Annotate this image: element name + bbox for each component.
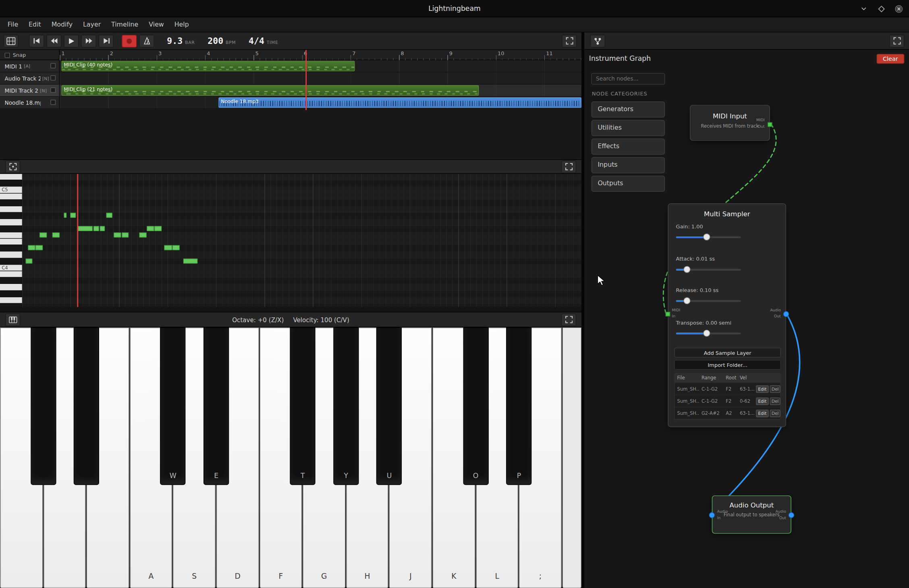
menu-item-file[interactable]: File (2, 19, 23, 31)
midi-note[interactable] (147, 226, 154, 231)
category-outputs[interactable]: Outputs (591, 175, 665, 191)
snap-checkbox[interactable] (5, 52, 10, 58)
timeline-ruler[interactable]: 1234567891011 (60, 50, 581, 60)
track-header[interactable]: MIDI 1[A] (0, 60, 60, 72)
minimize-icon[interactable] (859, 4, 868, 13)
fast-forward-button[interactable] (81, 35, 96, 48)
piano-roll-grid[interactable] (22, 174, 581, 307)
piano-roll-white-key[interactable] (0, 232, 22, 238)
black-key[interactable]: U (376, 327, 402, 485)
midi-note[interactable] (164, 245, 172, 251)
piano-roll-white-key[interactable] (0, 252, 22, 258)
midi-note[interactable] (52, 232, 60, 238)
slider-knob[interactable] (683, 266, 690, 273)
piano-roll-white-key[interactable] (0, 219, 22, 225)
track-header[interactable]: MIDI Track 2[N] (0, 85, 60, 97)
midi-note[interactable] (70, 213, 76, 218)
black-key[interactable]: E (203, 327, 229, 485)
piano-roll-white-key[interactable] (0, 284, 22, 290)
track-header[interactable]: Noodle 18.mp3 (0, 97, 60, 109)
import-folder-button[interactable]: Import Folder... (674, 360, 781, 369)
snap-toggle[interactable]: Snap (0, 50, 60, 60)
gain-slider[interactable] (676, 236, 741, 238)
piano-roll-black-key[interactable] (0, 291, 22, 297)
midi-out-port[interactable] (768, 122, 772, 127)
midi-note[interactable] (100, 226, 105, 231)
midi-note[interactable] (25, 259, 32, 264)
piano-roll-black-key[interactable] (0, 277, 22, 284)
piano-roll-black-key[interactable] (0, 226, 22, 232)
category-generators[interactable]: Generators (591, 101, 665, 117)
midi-note[interactable] (35, 245, 43, 251)
graph-fullscreen-button[interactable] (889, 35, 904, 48)
piano-roll-black-key[interactable] (0, 258, 22, 264)
piano-roll-white-key[interactable] (0, 297, 22, 303)
category-inputs[interactable]: Inputs (591, 157, 665, 173)
node-midi-input[interactable]: MIDI Input Receives MIDI from track MIDI… (690, 105, 770, 141)
slider-knob[interactable] (703, 330, 710, 337)
metronome-button[interactable] (139, 35, 154, 48)
midi-note[interactable] (154, 226, 162, 231)
audio-out-port[interactable] (789, 512, 794, 518)
track-lane[interactable]: Noodle 18.mp3 (60, 97, 581, 109)
track-lane[interactable]: MIDI Clip (40 notes) (60, 60, 581, 72)
slider-knob[interactable] (683, 297, 690, 304)
transpose-slider[interactable] (676, 333, 741, 334)
track-checkbox[interactable] (50, 63, 56, 68)
release-slider[interactable] (676, 300, 741, 302)
maximize-icon[interactable] (876, 4, 886, 13)
menu-item-edit[interactable]: Edit (23, 19, 46, 31)
midi-note[interactable] (64, 213, 66, 218)
black-key[interactable]: P (506, 327, 531, 485)
midi-note[interactable] (77, 226, 93, 231)
attack-slider[interactable] (676, 269, 741, 271)
track-lane[interactable] (60, 72, 581, 85)
midi-note[interactable] (93, 226, 99, 231)
piano-roll-fullscreen-button[interactable] (561, 160, 576, 173)
category-effects[interactable]: Effects (591, 138, 665, 154)
track-checkbox[interactable] (50, 87, 56, 93)
menu-item-view[interactable]: View (143, 19, 169, 31)
midi-clip[interactable]: MIDI Clip (40 notes) (62, 61, 355, 71)
delete-button[interactable]: Del (770, 385, 780, 393)
piano-roll-white-key[interactable] (0, 271, 22, 277)
skip-forward-button[interactable] (99, 35, 114, 48)
audio-clip[interactable]: Noodle 18.mp3 (218, 97, 581, 108)
midi-note[interactable] (183, 259, 198, 264)
category-utilities[interactable]: Utilities (591, 120, 665, 136)
midi-note[interactable] (172, 245, 180, 251)
black-key[interactable]: W (160, 327, 186, 485)
piano-roll-white-key[interactable]: C4 (0, 265, 22, 271)
node-multi-sampler[interactable]: Multi Sampler Gain: 1.00 Attack: 0.01 ss… (668, 203, 786, 427)
track-checkbox[interactable] (50, 99, 56, 105)
timeline-playhead[interactable] (305, 50, 307, 110)
piano-roll-black-key[interactable] (0, 180, 22, 186)
midi-note[interactable] (114, 232, 121, 238)
track-row[interactable]: MIDI 1[A]MIDI Clip (40 notes) (0, 60, 581, 72)
piano-roll[interactable]: C5C4 (0, 174, 581, 307)
panel-divider[interactable] (581, 33, 584, 588)
search-input[interactable] (591, 73, 665, 85)
black-key[interactable]: O (463, 327, 488, 485)
track-lane[interactable]: MIDI Clip (21 notes) (60, 85, 581, 97)
record-button[interactable] (122, 35, 137, 48)
midi-in-port[interactable] (666, 312, 670, 317)
menu-item-modify[interactable]: Modify (46, 19, 78, 31)
black-key[interactable] (74, 327, 99, 485)
fit-view-button[interactable] (5, 160, 20, 173)
track-checkbox[interactable] (50, 75, 56, 81)
track-row[interactable]: Audio Track 2[N] (0, 72, 581, 85)
keyboard-fullscreen-button[interactable] (561, 313, 576, 326)
audio-in-port[interactable] (709, 512, 715, 518)
skip-back-button[interactable] (29, 35, 44, 48)
delete-button[interactable]: Del (770, 409, 780, 417)
close-icon[interactable] (894, 4, 903, 13)
menu-item-layer[interactable]: Layer (78, 19, 106, 31)
black-key[interactable] (31, 327, 56, 485)
white-key[interactable] (562, 327, 581, 588)
piano-roll-black-key[interactable] (0, 200, 22, 206)
midi-note[interactable] (39, 232, 47, 238)
clear-button[interactable]: Clear (876, 54, 904, 63)
piano-roll-black-key[interactable] (0, 304, 22, 307)
black-key[interactable]: T (290, 327, 315, 485)
